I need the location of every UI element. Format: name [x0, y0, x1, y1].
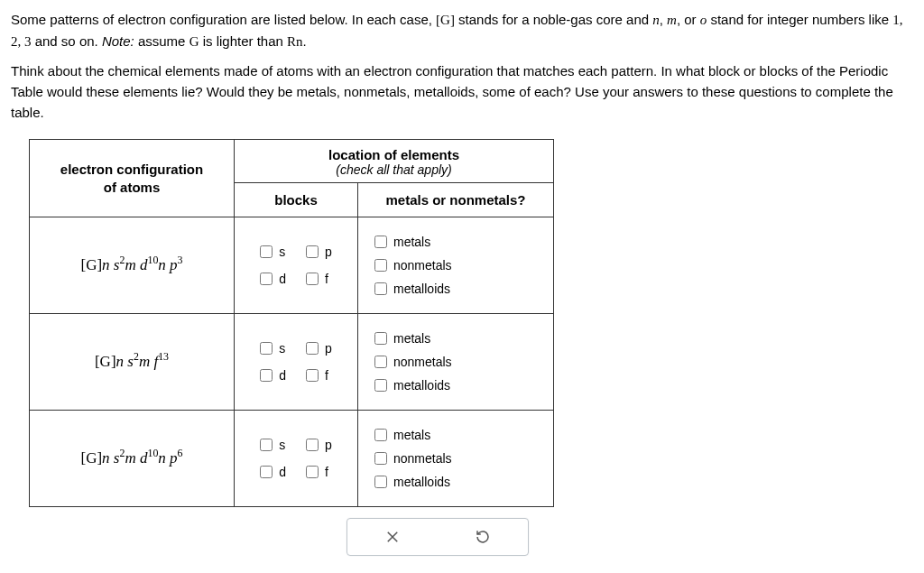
mn-option-metals[interactable]: metals [374, 331, 537, 346]
mn-label: metals [393, 428, 430, 442]
block-option-p[interactable]: p [306, 438, 332, 452]
block-checkbox-f[interactable] [306, 369, 319, 382]
intro-text: stands for a noble-gas core and [458, 12, 652, 27]
metals-nonmetals-cell: metalsnonmetalsmetalloids [358, 314, 554, 411]
block-checkbox-d[interactable] [260, 466, 273, 478]
table-row: [G]n s2m d10n p6spdfmetalsnonmetalsmetal… [30, 411, 554, 507]
block-option-p[interactable]: p [306, 245, 332, 259]
var-G: G [189, 34, 199, 49]
mn-label: nonmetals [393, 258, 452, 273]
var-Rn: Rn [287, 34, 303, 49]
g-bracket: [G] [436, 13, 455, 27]
blocks-cell: spdf [235, 411, 358, 507]
mn-option-nonmetals[interactable]: nonmetals [374, 451, 537, 466]
note-text: is lighter than [203, 33, 287, 49]
reset-icon[interactable] [470, 524, 495, 550]
mn-label: metals [393, 235, 430, 249]
block-option-f[interactable]: f [306, 465, 332, 479]
metals-nonmetals-cell: metalsnonmetalsmetalloids [358, 411, 554, 507]
block-checkbox-p[interactable] [306, 245, 319, 258]
mn-option-nonmetals[interactable]: nonmetals [374, 355, 537, 369]
mn-option-nonmetals[interactable]: nonmetals [374, 258, 537, 273]
mn-checkbox-metals[interactable] [374, 236, 387, 248]
blocks-cell: spdf [235, 217, 358, 314]
blocks-cell: spdf [235, 314, 358, 411]
block-label: f [325, 368, 328, 383]
mn-label: nonmetals [393, 355, 452, 369]
mn-label: nonmetals [393, 451, 452, 466]
mn-option-metals[interactable]: metals [374, 235, 537, 249]
mn-checkbox-nonmetals[interactable] [374, 259, 387, 272]
intro-text: stand for integer numbers like [710, 12, 892, 27]
block-checkbox-s[interactable] [260, 439, 273, 451]
intro-text: Some patterns of electron configuration … [11, 12, 436, 27]
intro-paragraph: Some patterns of electron configuration … [11, 9, 913, 53]
mn-checkbox-metals[interactable] [374, 332, 387, 345]
block-option-s[interactable]: s [260, 245, 286, 259]
mn-option-metalloids[interactable]: metalloids [374, 475, 537, 489]
mn-label: metalloids [393, 282, 450, 296]
block-label: d [279, 368, 286, 383]
header-electron-config: electron configuration of atoms [30, 140, 235, 217]
block-label: p [325, 341, 332, 356]
action-bar [346, 518, 529, 556]
electron-config-cell: [G]n s2m d10n p3 [30, 217, 235, 314]
close-icon[interactable] [380, 524, 405, 550]
block-checkbox-p[interactable] [306, 439, 319, 451]
mn-checkbox-nonmetals[interactable] [374, 452, 387, 465]
block-option-d[interactable]: d [260, 465, 286, 479]
note-text: assume [138, 33, 189, 49]
block-option-f[interactable]: f [306, 272, 332, 286]
mn-checkbox-metalloids[interactable] [374, 282, 387, 295]
block-label: d [279, 465, 286, 479]
mn-label: metalloids [393, 378, 450, 393]
mn-checkbox-metalloids[interactable] [374, 379, 387, 392]
block-checkbox-s[interactable] [260, 342, 273, 355]
var-o: o [700, 13, 707, 27]
block-option-d[interactable]: d [260, 272, 286, 286]
block-checkbox-d[interactable] [260, 273, 273, 285]
mn-option-metalloids[interactable]: metalloids [374, 282, 537, 296]
question-paragraph: Think about the chemical elements made o… [11, 60, 913, 124]
intro-text: and so on. [35, 33, 102, 49]
block-checkbox-d[interactable] [260, 369, 273, 382]
block-label: p [325, 438, 332, 452]
note-label: Note: [102, 33, 134, 49]
header-blocks: blocks [235, 183, 358, 217]
table-row: [G]n s2m f13spdfmetalsnonmetalsmetalloid… [30, 314, 554, 411]
block-option-f[interactable]: f [306, 368, 332, 383]
block-label: d [279, 272, 286, 286]
block-option-s[interactable]: s [260, 438, 286, 452]
electron-config-cell: [G]n s2m d10n p6 [30, 411, 235, 507]
block-checkbox-f[interactable] [306, 273, 319, 285]
mn-option-metalloids[interactable]: metalloids [374, 378, 537, 393]
var-m: m [667, 13, 677, 27]
block-checkbox-s[interactable] [260, 245, 273, 258]
header-metals-nonmetals: metals or nonmetals? [358, 183, 554, 217]
configuration-table: electron configuration of atoms location… [29, 139, 554, 507]
mn-option-metals[interactable]: metals [374, 428, 537, 442]
mn-label: metalloids [393, 475, 450, 489]
block-option-d[interactable]: d [260, 368, 286, 383]
block-option-p[interactable]: p [306, 341, 332, 356]
mn-checkbox-metalloids[interactable] [374, 476, 387, 488]
metals-nonmetals-cell: metalsnonmetalsmetalloids [358, 217, 554, 314]
mn-label: metals [393, 331, 430, 346]
block-label: p [325, 245, 332, 259]
block-label: s [279, 245, 285, 259]
header-location: location of elements (check all that app… [235, 140, 554, 183]
mn-checkbox-nonmetals[interactable] [374, 356, 387, 368]
block-checkbox-f[interactable] [306, 466, 319, 478]
table-row: [G]n s2m d10n p3spdfmetalsnonmetalsmetal… [30, 217, 554, 314]
block-option-s[interactable]: s [260, 341, 286, 356]
block-label: f [325, 465, 328, 479]
block-label: s [279, 438, 285, 452]
electron-config-cell: [G]n s2m f13 [30, 314, 235, 411]
var-n: n [652, 13, 660, 27]
mn-checkbox-metals[interactable] [374, 429, 387, 441]
action-row [29, 518, 529, 556]
block-label: f [325, 272, 328, 286]
block-label: s [279, 341, 285, 356]
block-checkbox-p[interactable] [306, 342, 319, 355]
